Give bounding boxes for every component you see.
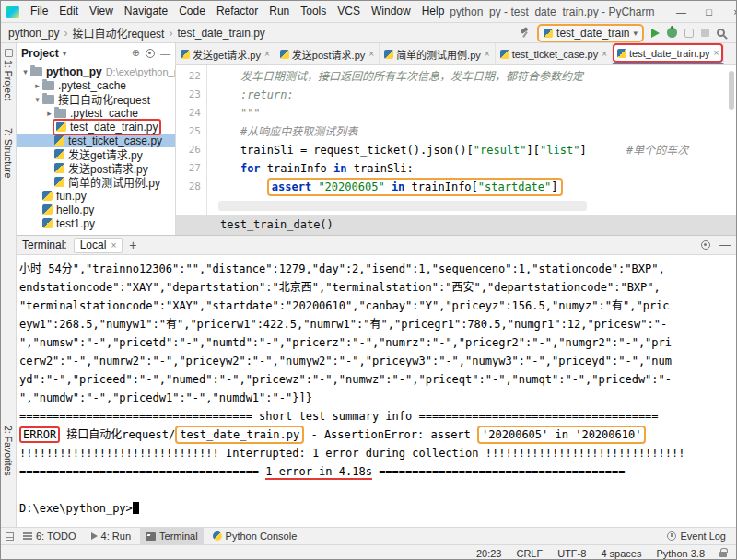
terminal-line	[19, 481, 736, 499]
sidebar-item-favorites[interactable]: 2: Favorites	[3, 426, 14, 476]
menu-code[interactable]: Code	[173, 1, 211, 22]
code-line-28[interactable]: assert "20200605" in trainInfo["startdat…	[214, 178, 736, 196]
new-terminal-button[interactable]: +	[129, 238, 136, 252]
sidebar-item-structure[interactable]: 7: Structure	[3, 128, 14, 178]
sidebar-item-project[interactable]: 1: Project	[3, 49, 14, 100]
code-line-24[interactable]: """	[214, 104, 736, 122]
close-icon[interactable]: ×	[602, 49, 607, 59]
python-file-icon	[617, 49, 626, 58]
tree-item-发送get请求.py[interactable]: 发送get请求.py	[17, 147, 175, 161]
locate-file-icon[interactable]: ⊕	[132, 47, 140, 59]
line-number: 25	[176, 122, 206, 141]
toolbar-item-python-console[interactable]: Python Console	[207, 528, 303, 545]
menu-tools[interactable]: Tools	[295, 1, 332, 22]
code-line-23[interactable]: :return:	[214, 86, 736, 104]
toolbar-item-todo[interactable]: 6: TODO	[18, 528, 82, 545]
tree-item-发送post请求.py[interactable]: 发送post请求.py	[17, 161, 175, 175]
breadcrumb-item[interactable]: python_py	[6, 27, 61, 40]
line-number: 22	[176, 67, 206, 86]
code-line-26[interactable]: trainSli = request_ticket().json()["resu…	[214, 141, 736, 159]
tree-expand-icon[interactable]: ▸	[32, 81, 42, 90]
tab-test_ticket_case.py[interactable]: test_ticket_case.py×	[496, 43, 613, 64]
terminal-line: eyw1":268.5,"numyw1":"有","pricerw1":422.…	[19, 315, 736, 333]
status-encoding[interactable]: UTF-8	[557, 548, 586, 559]
minimize-panel-icon[interactable]: —	[719, 239, 731, 251]
build-hammer-icon[interactable]	[520, 28, 530, 38]
debug-button[interactable]	[667, 28, 677, 38]
tree-item-test_date_train.py[interactable]: test_date_train.py	[17, 120, 175, 134]
editor-body[interactable]: 22232425262728 发车日期测试，接口返回的所有车次信息，发车日期，都…	[176, 65, 736, 215]
tree-collapse-icon[interactable]: ▾	[32, 95, 42, 104]
tree-item-fun.py[interactable]: fun.py	[17, 189, 175, 203]
tree-item-hello.py[interactable]: hello.py	[17, 203, 175, 216]
menu-run[interactable]: Run	[263, 1, 295, 22]
code-line-call[interactable]: test_train_date()	[220, 218, 333, 231]
toolbar-item-terminal[interactable]: Terminal	[140, 528, 204, 545]
status-indent-style[interactable]: 4 spaces	[601, 548, 641, 559]
line-number: 24	[176, 104, 206, 122]
tool-window-bar: 6: TODO 4: Run Terminal Python Console E…	[1, 527, 736, 544]
toolbar-item-run[interactable]: 4: Run	[86, 528, 136, 545]
terminal-output[interactable]: 小时 54分","trainno12306":"","distance":127…	[17, 255, 736, 527]
menu-edit[interactable]: Edit	[53, 1, 84, 22]
code-line-22[interactable]: 发车日期测试，接口返回的所有车次信息，发车日期，都符合参数约定	[214, 67, 736, 86]
search-icon[interactable]	[717, 29, 725, 37]
menu-vcs[interactable]: VCS	[332, 1, 366, 22]
breadcrumb-item[interactable]: 接口自动化request	[70, 25, 166, 41]
tree-item-content: hello.py	[42, 204, 94, 216]
coverage-icon[interactable]	[684, 29, 694, 38]
run-config-selector[interactable]: test_date_train ▾	[537, 24, 644, 42]
maximize-button[interactable]: □	[695, 1, 722, 22]
line-number: 26	[176, 141, 206, 159]
close-icon[interactable]: ×	[714, 48, 719, 58]
terminal-header: Terminal: Local × + —	[17, 236, 736, 255]
menu-window[interactable]: Window	[366, 1, 416, 22]
gear-icon[interactable]	[701, 240, 710, 250]
chevron-down-icon[interactable]: ▾	[63, 49, 67, 58]
menu-bar: FileEditViewNavigateCodeRefactorRunTools…	[25, 1, 450, 22]
tree-item-test1.py[interactable]: test1.py	[17, 216, 175, 230]
tree-item-python_py[interactable]: ▾python_pyD:\exe\python_p	[17, 64, 175, 78]
stop-icon[interactable]	[701, 29, 709, 37]
project-panel-title[interactable]: Project	[21, 47, 59, 60]
minimize-button[interactable]: —	[667, 1, 695, 22]
menu-help[interactable]: Help	[416, 1, 450, 22]
code-line-27[interactable]: for trainInfo in trainSli:	[214, 159, 736, 178]
editor-code-lines[interactable]: 发车日期测试，接口返回的所有车次信息，发车日期，都符合参数约定 :return:…	[208, 65, 736, 215]
breadcrumb-item[interactable]: test_date_train.py	[175, 27, 266, 40]
status-bar: 20:23CRLFUTF-84 spacesPython 3.8	[1, 544, 736, 560]
tree-item-接口自动化request[interactable]: ▾接口自动化request	[17, 92, 175, 106]
tree-item-简单的测试用例.py[interactable]: 简单的测试用例.py	[17, 175, 175, 189]
close-button[interactable]: ×	[722, 1, 737, 22]
pycharm-window: FileEditViewNavigateCodeRefactorRunTools…	[0, 0, 737, 560]
run-button[interactable]	[651, 29, 660, 38]
tree-item-.pytest_cache[interactable]: ▸.pytest_cache	[17, 78, 175, 92]
menu-view[interactable]: View	[84, 1, 119, 22]
lock-icon[interactable]	[719, 552, 727, 557]
status-caret-position[interactable]: 20:23	[476, 548, 502, 559]
tool-switcher-icon[interactable]	[6, 532, 14, 541]
tab-简单的测试用例.py[interactable]: 简单的测试用例.py×	[380, 43, 496, 64]
tab-发送post请求.py[interactable]: 发送post请求.py×	[275, 43, 380, 64]
tree-collapse-icon[interactable]: ▾	[20, 67, 30, 76]
code-line-25[interactable]: #从响应中获取测试列表	[214, 122, 736, 141]
editor-scrollbar[interactable]	[729, 71, 734, 110]
tree-expand-icon[interactable]: ▸	[44, 109, 54, 118]
tab-test_date_train.py[interactable]: test_date_train.py×	[613, 43, 724, 64]
close-icon[interactable]: ×	[264, 49, 270, 59]
tree-item-test_ticket_case.py[interactable]: test_ticket_case.py	[17, 134, 175, 147]
status-line-separator[interactable]: CRLF	[516, 548, 543, 559]
gear-icon[interactable]	[146, 49, 155, 58]
close-icon[interactable]: ×	[485, 49, 490, 59]
toolbar-item-event-log[interactable]: Event Log	[661, 528, 731, 545]
terminal-tab-local[interactable]: Local ×	[74, 238, 123, 253]
close-icon[interactable]: ×	[368, 49, 374, 59]
menu-file[interactable]: File	[25, 1, 53, 22]
status-interpreter[interactable]: Python 3.8	[656, 548, 705, 559]
menu-refactor[interactable]: Refactor	[211, 1, 263, 22]
close-icon[interactable]: ×	[111, 240, 116, 251]
tab-发送get请求.py[interactable]: 发送get请求.py×	[176, 43, 275, 64]
menu-navigate[interactable]: Navigate	[119, 1, 173, 22]
tree-item-.pytest_cache[interactable]: ▸.pytest_cache	[17, 106, 175, 120]
hide-panel-icon[interactable]: —	[160, 48, 170, 59]
